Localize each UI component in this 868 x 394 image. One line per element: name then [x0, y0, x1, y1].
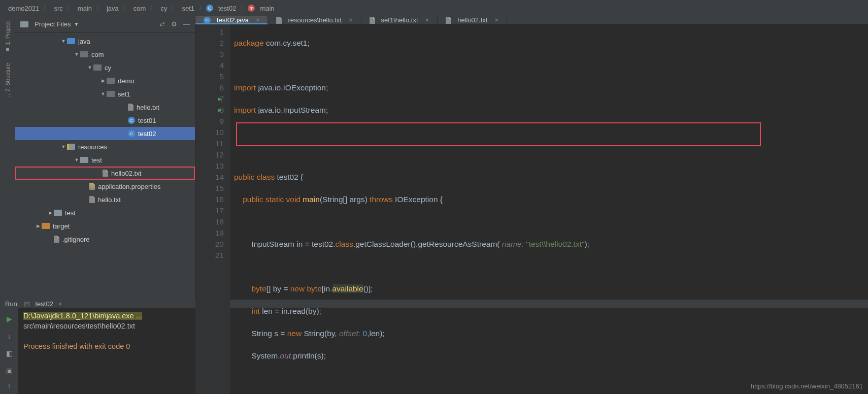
line-number[interactable]: 15 — [195, 183, 224, 194]
close-tab-icon[interactable]: × — [256, 16, 260, 24]
editor-tab[interactable]: Ctest02.java× — [195, 16, 268, 24]
tree-item[interactable]: ▼java — [15, 35, 195, 48]
project-tool-button[interactable]: ■ 1: Project — [5, 21, 11, 53]
select-opened-file-icon[interactable]: ⇄ — [159, 20, 165, 28]
editor-tab[interactable]: set1\hello.txt× — [361, 16, 438, 24]
code-line[interactable]: import java.io.IOException; — [234, 82, 868, 93]
project-tree[interactable]: ▼java▼com▼cy▶demo▼set1hello.txtCtest01Ct… — [15, 32, 195, 248]
line-number[interactable]: 14 — [195, 172, 224, 183]
line-number[interactable]: 21 — [195, 250, 224, 261]
code-line[interactable]: String s = new String(by, offset: 0,len)… — [234, 328, 868, 339]
line-number[interactable]: 6 — [195, 82, 224, 93]
run-gutter-icon[interactable]: ▶ — [218, 105, 222, 116]
code-line[interactable]: InputStream in = test02.class.getClassLo… — [234, 239, 868, 250]
code-line[interactable] — [234, 149, 868, 160]
code-line[interactable]: import java.io.InputStream; — [234, 105, 868, 116]
tree-item[interactable]: ▼test — [15, 153, 195, 167]
expand-arrow-icon[interactable]: ▶ — [99, 78, 107, 83]
code-body[interactable]: package com.cy.set1; import java.io.IOEx… — [230, 24, 868, 394]
breadcrumb-item[interactable]: java — [104, 5, 122, 12]
line-number[interactable]: 18 — [195, 216, 224, 227]
line-number[interactable]: 2 — [195, 38, 224, 49]
line-number[interactable]: 5 — [195, 71, 224, 82]
code-line[interactable]: byte[] by = new byte[in.available()]; — [234, 283, 868, 294]
up-icon[interactable]: ↑ — [8, 382, 11, 390]
close-tab-icon[interactable]: × — [349, 16, 353, 24]
camera-icon[interactable]: ▣ — [6, 367, 13, 375]
close-tab-icon[interactable]: × — [494, 16, 498, 24]
hide-icon[interactable]: — — [183, 20, 190, 28]
expand-arrow-icon[interactable]: ▼ — [60, 144, 67, 149]
breadcrumb-bar: demo2021〉 src〉 main〉 java〉 com〉 cy〉 set1… — [0, 0, 868, 16]
breadcrumb-item[interactable]: com — [130, 5, 149, 12]
tree-item[interactable]: Ctest02 — [15, 127, 195, 140]
editor-tab[interactable]: hello02.txt× — [438, 16, 507, 24]
run-gutter-icon[interactable]: ▶ — [218, 93, 222, 105]
expand-arrow-icon[interactable]: ▼ — [99, 91, 107, 96]
code-line[interactable]: public static void main(String[] args) t… — [234, 194, 868, 205]
tree-item-label: application.properties — [98, 183, 161, 190]
tree-item[interactable]: ▼com — [15, 48, 195, 61]
tree-item[interactable]: hello.txt — [15, 101, 195, 114]
line-number[interactable]: 9 — [195, 116, 224, 127]
code-line[interactable] — [234, 127, 868, 138]
expand-arrow-icon[interactable]: ▼ — [86, 65, 93, 70]
code-line[interactable]: package com.cy.set1; — [234, 38, 868, 49]
structure-tool-button[interactable]: .. 7: Structure — [5, 63, 11, 97]
breadcrumb-item[interactable]: cy — [157, 5, 170, 12]
stop-icon[interactable]: ↓ — [8, 332, 11, 340]
line-number[interactable]: 20 — [195, 239, 224, 250]
gear-icon[interactable]: ⚙ — [171, 20, 177, 28]
breadcrumb-item[interactable]: test02 — [215, 5, 239, 12]
tree-item[interactable]: ▼resources — [15, 140, 195, 153]
editor-tab[interactable]: resources\hello.txt× — [268, 16, 361, 24]
expand-arrow-icon[interactable]: ▼ — [73, 52, 80, 57]
tree-item[interactable]: hello02.txt — [15, 167, 195, 180]
dropdown-icon[interactable]: ▼ — [74, 21, 79, 27]
line-number[interactable]: 10 — [195, 127, 224, 138]
tree-item[interactable]: application.properties — [15, 180, 195, 193]
breadcrumb-item[interactable]: set1 — [179, 5, 197, 12]
line-number[interactable]: 17 — [195, 205, 224, 216]
line-number[interactable]: 1 — [195, 26, 224, 38]
line-number[interactable]: 13 — [195, 160, 224, 172]
tree-item[interactable]: ▶target — [15, 219, 195, 233]
tree-item[interactable]: ▶test — [15, 206, 195, 219]
line-number[interactable]: 3 — [195, 49, 224, 60]
rerun-icon[interactable]: ▶ — [7, 315, 12, 323]
line-number[interactable]: 12 — [195, 149, 224, 160]
expand-arrow-icon[interactable]: ▶ — [35, 223, 42, 228]
tree-item-label: test — [65, 209, 76, 217]
code-line[interactable] — [234, 216, 868, 227]
breadcrumb-item[interactable]: demo2021 — [5, 5, 42, 12]
expand-arrow-icon[interactable]: ▼ — [73, 157, 80, 162]
tree-item[interactable]: ▼set1 — [15, 87, 195, 101]
run-tab[interactable]: test02 — [35, 300, 53, 308]
breadcrumb-item[interactable]: main — [257, 5, 277, 12]
tree-item[interactable]: ▶demo — [15, 74, 195, 87]
breadcrumb-item[interactable]: main — [75, 5, 95, 12]
line-number[interactable]: 4 — [195, 60, 224, 71]
line-number[interactable]: 8▶ — [195, 105, 224, 116]
tree-item[interactable]: ▼cy — [15, 61, 195, 74]
expand-arrow-icon[interactable]: ▶ — [47, 210, 54, 215]
line-number[interactable]: 11 — [195, 138, 224, 149]
line-number[interactable]: 7▶ — [195, 93, 224, 105]
tree-item[interactable]: Ctest01 — [15, 114, 195, 127]
code-editor[interactable]: 1234567▶8▶9101112131415161718192021 pack… — [195, 24, 868, 394]
close-tab-icon[interactable]: × — [425, 16, 429, 24]
layout-icon[interactable]: ◧ — [6, 349, 13, 357]
breadcrumb-item[interactable]: src — [51, 5, 65, 12]
project-view-selector[interactable]: Project Files — [35, 20, 71, 28]
line-number[interactable]: 16 — [195, 194, 224, 205]
line-number[interactable]: 19 — [195, 227, 224, 239]
tree-item[interactable]: hello.txt — [15, 193, 195, 206]
code-line[interactable]: public class test02 { — [234, 172, 868, 183]
code-line[interactable]: int len = in.read(by); — [234, 306, 868, 317]
code-line[interactable] — [234, 261, 868, 272]
close-icon[interactable]: × — [58, 300, 62, 308]
expand-arrow-icon[interactable]: ▼ — [60, 39, 67, 44]
code-line[interactable] — [234, 60, 868, 71]
code-line[interactable]: System.out.println(s); — [234, 350, 868, 362]
tree-item[interactable]: .gitignore — [15, 233, 195, 246]
